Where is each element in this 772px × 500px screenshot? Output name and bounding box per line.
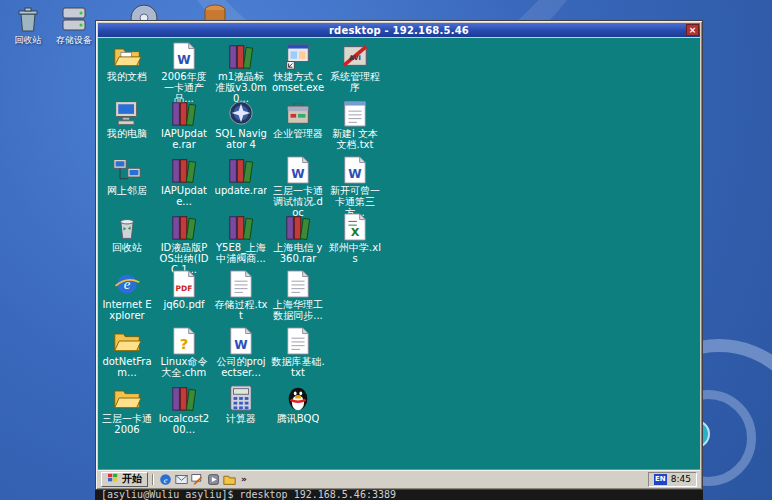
desktop-icon[interactable]: 三层一卡通 2006 xyxy=(100,384,154,435)
desktop-icon[interactable]: 网上邻居 xyxy=(100,156,154,196)
desktop-icon-label: 计算器 xyxy=(226,413,256,424)
desktop-icon[interactable]: localcost200... xyxy=(157,384,211,435)
rar-icon xyxy=(170,156,198,184)
desktop-icon[interactable]: 存储过程.txt xyxy=(214,270,268,321)
enterprise-manager-icon xyxy=(284,99,312,127)
desktop-icon-label: 腾讯BQQ xyxy=(277,413,320,424)
rar-icon xyxy=(170,384,198,412)
desktop-icon-label: dotNetFram... xyxy=(100,356,154,378)
remote-desktop: 我的文档我的电脑网上邻居回收站eInternet ExplorerdotNetF… xyxy=(98,38,700,487)
rar-icon xyxy=(227,156,255,184)
desktop-icon-label: 新建i 文本文档.txt xyxy=(328,128,382,150)
close-button[interactable]: × xyxy=(686,24,699,36)
desktop-icon[interactable]: W新开可曾一卡通第三方... xyxy=(328,156,382,218)
desktop-icon[interactable]: update.rar xyxy=(214,156,268,196)
language-indicator[interactable]: EN xyxy=(654,474,667,485)
svg-text:e: e xyxy=(163,475,167,484)
desktop-icon[interactable]: eInternet Explorer xyxy=(100,270,154,321)
svg-text:W: W xyxy=(348,167,361,181)
taskbar-separator xyxy=(152,474,154,485)
host-icon-recycle[interactable]: 回收站 xyxy=(6,4,50,45)
window-titlebar[interactable]: rdesktop - 192.168.5.46 × xyxy=(98,23,700,37)
ie-icon: e xyxy=(113,270,141,298)
desktop-icon-label: localcost200... xyxy=(157,413,211,435)
desktop-icon-label: Y5E8_上海中浦阀商... xyxy=(214,242,268,264)
host-icon-label: 回收站 xyxy=(15,35,42,45)
host-storage-icon xyxy=(59,4,89,34)
desktop-icon-label: 郑州中学.xls xyxy=(328,242,382,264)
desktop-icon[interactable]: 回收站 xyxy=(100,213,154,253)
desktop-icon[interactable]: dotNetFram... xyxy=(100,327,154,378)
desktop-icon-label: 我的电脑 xyxy=(107,128,147,139)
quicklaunch-overflow-chevron[interactable]: » xyxy=(238,474,250,484)
word-icon: W xyxy=(227,327,255,355)
chm-icon: ? xyxy=(170,327,198,355)
desktop-icon[interactable]: 上海华理工数据同步... xyxy=(271,270,325,321)
desktop-icon[interactable]: ID液晶版POS出纳(IDC 1... xyxy=(157,213,211,275)
system-app-icon: AVI xyxy=(341,42,369,70)
desktop-icon-label: jq60.pdf xyxy=(163,299,204,310)
svg-text:e: e xyxy=(124,276,131,292)
desktop-icon-label: 公司的projectser... xyxy=(214,356,268,378)
svg-text:W: W xyxy=(177,53,190,67)
desktop-icon-label: 我的文档 xyxy=(107,71,147,82)
desktop-icon[interactable]: PDFjq60.pdf xyxy=(157,270,211,310)
rar-icon xyxy=(170,213,198,241)
desktop-icon[interactable]: IAPUpdate.rar xyxy=(157,99,211,150)
desktop-icon-label: 回收站 xyxy=(112,242,142,253)
desktop-icon-label: IAPUpdate... xyxy=(157,185,211,207)
desktop-icon[interactable]: IAPUpdate... xyxy=(157,156,211,207)
desktop-icon-label: 网上邻居 xyxy=(107,185,147,196)
desktop-icon[interactable]: AVI系统管理程序 xyxy=(328,42,382,93)
host-icon-storage[interactable]: 存储设备 xyxy=(52,4,96,45)
desktop-icon[interactable]: ?Linux命令大全.chm xyxy=(157,327,211,378)
desktop-icon[interactable]: 数据库基础.txt xyxy=(271,327,325,378)
host-icon-label: 存储设备 xyxy=(56,35,92,45)
system-tray: EN 8:45 xyxy=(648,472,697,487)
quicklaunch-folder[interactable] xyxy=(222,473,236,486)
desktop-icon[interactable]: SQL Navigator 4 xyxy=(214,99,268,150)
desktop-icon-label: 系统管理程序 xyxy=(328,71,382,93)
desktop-icon[interactable]: 我的电脑 xyxy=(100,99,154,139)
desktop-icon[interactable]: 计算器 xyxy=(214,384,268,424)
host-trash-icon xyxy=(13,4,43,34)
quicklaunch-media-player[interactable] xyxy=(206,473,220,486)
desktop-icon[interactable]: 企业管理器 xyxy=(271,99,325,139)
quicklaunch-outlook-express[interactable] xyxy=(174,473,188,486)
desktop-icon[interactable]: m1液晶标准版v3.0m0... xyxy=(214,42,268,104)
folder-icon xyxy=(113,327,141,355)
desktop-icon-label: update.rar xyxy=(215,185,268,196)
remote-taskbar: 开始 e » EN 8:45 xyxy=(98,470,700,487)
pdf-icon: PDF xyxy=(170,270,198,298)
word-icon: W xyxy=(170,42,198,70)
svg-text:X: X xyxy=(351,226,360,239)
desktop-icon[interactable]: Y5E8_上海中浦阀商... xyxy=(214,213,268,264)
quicklaunch-internet-explorer[interactable]: e xyxy=(158,473,172,486)
qq-icon xyxy=(284,384,312,412)
svg-text:W: W xyxy=(234,338,247,352)
rar-icon xyxy=(227,42,255,70)
desktop-icon[interactable]: W三层一卡通调试情况.doc xyxy=(271,156,325,218)
desktop-icon[interactable]: W2006年度一卡通产品... xyxy=(157,42,211,104)
start-label: 开始 xyxy=(122,472,142,486)
desktop-icon[interactable]: 我的文档 xyxy=(100,42,154,82)
txt-icon xyxy=(284,270,312,298)
desktop-icon-label: SQL Navigator 4 xyxy=(214,128,268,150)
desktop-icon[interactable]: 快捷方式 comset.exe xyxy=(271,42,325,93)
quick-launch: e xyxy=(158,473,236,486)
desktop-icon-label: Linux命令大全.chm xyxy=(157,356,211,378)
desktop-icon[interactable]: W公司的projectser... xyxy=(214,327,268,378)
desktop-icon[interactable]: X郑州中学.xls xyxy=(328,213,382,264)
desktop-icon[interactable]: 新建i 文本文档.txt xyxy=(328,99,382,150)
txt-icon xyxy=(284,327,312,355)
word-icon: W xyxy=(341,156,369,184)
desktop-icon[interactable]: 上海电信 y360.rar xyxy=(271,213,325,264)
desktop-icon[interactable]: 腾讯BQQ xyxy=(271,384,325,424)
network-icon xyxy=(113,156,141,184)
quicklaunch-show-desktop[interactable] xyxy=(190,473,204,486)
excel-icon: X xyxy=(341,213,369,241)
notepad-icon xyxy=(341,99,369,127)
start-button[interactable]: 开始 xyxy=(101,472,148,487)
windows-logo-icon xyxy=(107,473,119,485)
shortcut-icon xyxy=(284,42,312,70)
